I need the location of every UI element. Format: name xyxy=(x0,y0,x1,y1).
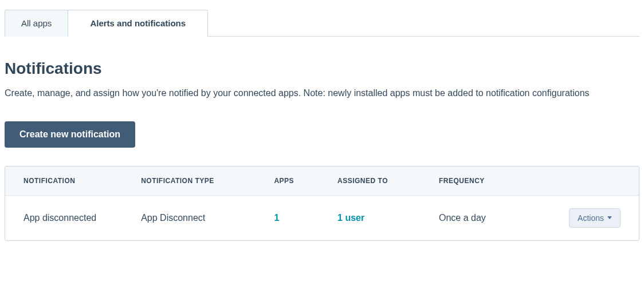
cell-actions: Actions xyxy=(537,195,639,240)
header-notification-type: NOTIFICATION TYPE xyxy=(132,167,265,196)
header-apps: APPS xyxy=(265,167,328,196)
cell-assigned-link[interactable]: 1 user xyxy=(328,195,430,240)
create-notification-button[interactable]: Create new notification xyxy=(5,121,135,148)
cell-notification: App disconnected xyxy=(5,195,132,240)
page-description: Create, manage, and assign how you're no… xyxy=(5,86,600,101)
header-notification: NOTIFICATION xyxy=(5,167,132,196)
caret-down-icon xyxy=(607,216,612,219)
actions-button-label: Actions xyxy=(578,213,604,223)
tabs-nav: All apps Alerts and notifications xyxy=(5,9,639,37)
cell-frequency: Once a day xyxy=(430,195,537,240)
tab-alerts-notifications[interactable]: Alerts and notifications xyxy=(68,10,208,37)
notifications-table: NOTIFICATION NOTIFICATION TYPE APPS ASSI… xyxy=(5,167,639,240)
cell-apps-link[interactable]: 1 xyxy=(265,195,328,240)
tab-all-apps[interactable]: All apps xyxy=(5,10,68,37)
page-title: Notifications xyxy=(5,60,639,78)
header-assigned-to: ASSIGNED TO xyxy=(328,167,430,196)
table-row: App disconnected App Disconnect 1 1 user… xyxy=(5,195,639,240)
cell-notification-type: App Disconnect xyxy=(132,195,265,240)
content-area: Notifications Create, manage, and assign… xyxy=(0,37,644,241)
actions-dropdown-button[interactable]: Actions xyxy=(569,208,621,228)
header-actions xyxy=(537,167,639,196)
notifications-table-wrapper: NOTIFICATION NOTIFICATION TYPE APPS ASSI… xyxy=(5,166,639,241)
table-header-row: NOTIFICATION NOTIFICATION TYPE APPS ASSI… xyxy=(5,167,639,196)
header-frequency: FREQUENCY xyxy=(430,167,537,196)
